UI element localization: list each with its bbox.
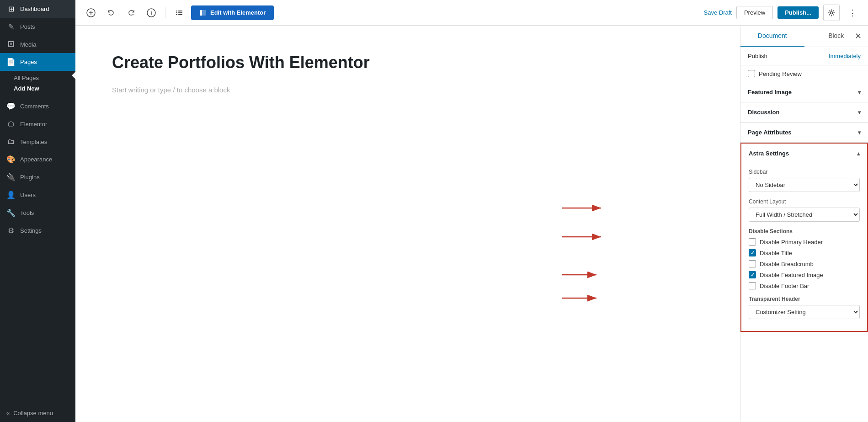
sidebar-item-settings[interactable]: ⚙ Settings: [0, 222, 75, 240]
discussion-section: Discussion ▾: [740, 102, 868, 123]
dashboard-icon: ⊞: [6, 5, 16, 13]
sidebar-item-appearance[interactable]: 🎨 Appearance: [0, 150, 75, 168]
collapse-label: Collapse menu: [13, 410, 53, 417]
settings-icon: ⚙: [6, 226, 16, 235]
disable-title-checkbox[interactable]: [749, 249, 756, 256]
sidebar-item-label: Comments: [20, 103, 49, 110]
disable-primary-header-checkbox[interactable]: [749, 238, 756, 246]
disable-breadcrumb-checkbox[interactable]: [749, 260, 756, 267]
svg-rect-3: [176, 11, 177, 11]
disable-sections-group: Disable Sections Disable Primary Header …: [749, 228, 860, 289]
sidebar-setting-label: Sidebar: [749, 169, 860, 175]
discussion-toggle[interactable]: Discussion ▾: [740, 102, 868, 122]
page-attributes-toggle[interactable]: Page Attributes ▾: [740, 123, 868, 142]
publish-immediately-link[interactable]: Immediately: [829, 53, 861, 59]
disable-sections-label: Disable Sections: [749, 228, 860, 235]
sidebar-item-label: Users: [20, 192, 36, 198]
publish-button[interactable]: Publish...: [777, 6, 819, 19]
svg-rect-4: [178, 11, 182, 11]
disable-featured-image-row: Disable Featured Image: [749, 271, 860, 278]
pages-icon: 📄: [6, 58, 16, 66]
svg-rect-8: [178, 14, 182, 15]
pending-review-row: Pending Review: [740, 65, 868, 82]
featured-image-label: Featured Image: [748, 89, 792, 96]
astra-settings-chevron: ▴: [857, 150, 860, 157]
transparent-header-label: Transparent Header: [749, 296, 860, 302]
toolbar-right: Save Draft Preview Publish... ⋮: [704, 5, 861, 21]
sidebar-item-comments[interactable]: 💬 Comments: [0, 97, 75, 115]
sidebar-item-media[interactable]: 🖼 Media: [0, 36, 75, 53]
disable-breadcrumb-label: Disable Breadcrumb: [760, 261, 814, 267]
transparent-header-select[interactable]: Customizer Setting Enabled Disabled: [749, 305, 860, 319]
main-area: Edit with Elementor Save Draft Preview P…: [75, 0, 868, 422]
elementor-icon: ⬡: [6, 120, 16, 128]
sidebar-item-label: Appearance: [20, 156, 52, 163]
sidebar-item-templates[interactable]: 🗂 Templates: [0, 133, 75, 150]
disable-footer-bar-checkbox[interactable]: [749, 282, 756, 289]
discussion-label: Discussion: [748, 109, 779, 116]
disable-featured-image-checkbox[interactable]: [749, 271, 756, 278]
disable-breadcrumb-row: Disable Breadcrumb: [749, 260, 860, 267]
svg-point-11: [831, 11, 833, 14]
redo-button[interactable]: [123, 5, 139, 21]
wp-sidebar: ⊞ Dashboard ✎ Posts 🖼 Media 📄 Pages All …: [0, 0, 75, 422]
appearance-icon: 🎨: [6, 155, 16, 164]
featured-image-toggle[interactable]: Featured Image ▾: [740, 82, 868, 102]
sidebar-item-pages[interactable]: 📄 Pages: [0, 53, 75, 71]
right-panel: Document Block ✕ Publish Immediately Pen…: [740, 26, 868, 422]
featured-image-chevron: ▾: [858, 89, 861, 96]
sidebar-item-label: Media: [20, 41, 36, 48]
plugins-icon: 🔌: [6, 173, 16, 182]
editor-placeholder: Start writing or type / to choose a bloc…: [112, 86, 703, 94]
page-attributes-section: Page Attributes ▾: [740, 123, 868, 143]
panel-tabs: Document Block ✕: [740, 26, 868, 47]
sidebar-all-pages[interactable]: All Pages: [14, 73, 75, 83]
publish-label: Publish: [748, 53, 767, 59]
sidebar-item-label: Dashboard: [20, 5, 49, 12]
sidebar-item-label: Plugins: [20, 174, 40, 181]
preview-button[interactable]: Preview: [736, 6, 773, 19]
sidebar-item-posts[interactable]: ✎ Posts: [0, 18, 75, 36]
astra-settings-toggle[interactable]: Astra Settings ▴: [741, 144, 867, 163]
sidebar-item-label: Posts: [20, 23, 35, 30]
featured-image-section: Featured Image ▾: [740, 82, 868, 102]
sidebar-item-label: Elementor: [20, 121, 47, 128]
edit-with-elementor-button[interactable]: Edit with Elementor: [191, 5, 274, 20]
save-draft-button[interactable]: Save Draft: [704, 9, 732, 16]
add-block-button[interactable]: [83, 5, 99, 21]
panel-close-button[interactable]: ✕: [852, 31, 863, 42]
sidebar-select[interactable]: No Sidebar Left Sidebar Right Sidebar: [749, 178, 860, 192]
sidebar-setting-group: Sidebar No Sidebar Left Sidebar Right Si…: [749, 169, 860, 192]
panel-settings-button[interactable]: [823, 5, 840, 21]
sidebar-item-label: Tools: [20, 209, 34, 216]
comments-icon: 💬: [6, 102, 16, 111]
info-button[interactable]: [143, 5, 160, 21]
tab-document[interactable]: Document: [740, 26, 804, 47]
discussion-chevron: ▾: [858, 109, 861, 116]
svg-point-2: [151, 11, 152, 11]
editor-canvas[interactable]: Create Portfolios With Elementor Start w…: [75, 26, 740, 422]
more-options-button[interactable]: ⋮: [844, 5, 861, 21]
astra-settings-body: Sidebar No Sidebar Left Sidebar Right Si…: [741, 163, 867, 331]
content-layout-select[interactable]: Full Width / Stretched Boxed Content Box…: [749, 208, 860, 222]
edit-elementor-label: Edit with Elementor: [210, 9, 266, 16]
pages-submenu: All Pages Add New: [0, 71, 75, 97]
sidebar-item-plugins[interactable]: 🔌 Plugins: [0, 168, 75, 186]
sidebar-item-elementor[interactable]: ⬡ Elementor: [0, 115, 75, 133]
svg-rect-6: [178, 12, 182, 13]
sidebar-add-new[interactable]: Add New: [14, 83, 75, 94]
toolbar-separator-1: [165, 7, 165, 18]
pending-review-checkbox[interactable]: [748, 70, 755, 77]
sidebar-item-users[interactable]: 👤 Users: [0, 186, 75, 204]
list-view-button[interactable]: [171, 5, 187, 21]
publish-row: Publish Immediately: [740, 47, 868, 65]
transparent-header-group: Transparent Header Customizer Setting En…: [749, 296, 860, 319]
media-icon: 🖼: [6, 40, 16, 48]
page-attributes-chevron: ▾: [858, 129, 861, 136]
undo-button[interactable]: [103, 5, 119, 21]
sidebar-item-dashboard[interactable]: ⊞ Dashboard: [0, 0, 75, 18]
collapse-menu[interactable]: « Collapse menu: [0, 404, 75, 422]
sidebar-item-tools[interactable]: 🔧 Tools: [0, 204, 75, 222]
svg-rect-5: [176, 12, 177, 13]
content-layout-group: Content Layout Full Width / Stretched Bo…: [749, 198, 860, 222]
